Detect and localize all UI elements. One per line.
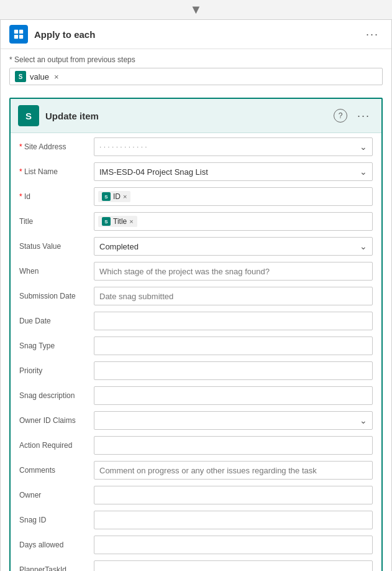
token-title-icon: S	[102, 217, 111, 226]
apply-icon-svg	[13, 29, 24, 40]
input-comments[interactable]	[94, 461, 373, 480]
input-priority[interactable]	[94, 361, 373, 380]
field-row-comments: Comments	[19, 460, 373, 480]
site-address-partial: · · · · · · · · · · · ·	[99, 142, 147, 151]
label-priority: Priority	[19, 366, 94, 375]
label-planner-task-id: PlannerTaskId	[19, 565, 94, 571]
update-card-header: S Update item ? ···	[11, 99, 381, 133]
input-list-name[interactable]: IMS-ESD-04 Project Snag List ⌄	[94, 162, 373, 181]
label-title: Title	[19, 217, 94, 226]
field-row-site-address: * Site Address · · · · · · · · · · · · ⌄	[19, 137, 373, 157]
update-form-body: * Site Address · · · · · · · · · · · · ⌄…	[11, 133, 381, 571]
token-id-label: ID	[113, 192, 121, 201]
field-row-submission-date: Submission Date	[19, 286, 373, 306]
input-action-required[interactable]	[94, 436, 373, 455]
field-row-id: * Id S ID ×	[19, 187, 373, 207]
input-when[interactable]	[94, 262, 373, 281]
apply-ellipsis-button[interactable]: ···	[362, 27, 383, 42]
field-row-snag-type: Snag Type	[19, 336, 373, 356]
apply-header-left: Apply to each	[9, 25, 95, 44]
token-id-icon: S	[102, 192, 111, 201]
input-days-allowed[interactable]	[94, 536, 373, 554]
field-row-owner-id-claims: Owner ID Claims ⌄	[19, 411, 373, 430]
token-id-close[interactable]: ×	[123, 193, 127, 200]
value-tag-label: value	[30, 72, 49, 81]
value-tag-container[interactable]: S value ×	[9, 68, 383, 85]
value-tag-icon: S	[15, 71, 26, 82]
label-due-date: Due Date	[19, 317, 94, 325]
label-status-value: Status Value	[19, 242, 94, 251]
label-snag-type: Snag Type	[19, 341, 94, 350]
token-title-label: Title	[113, 217, 127, 226]
apply-icon	[9, 25, 28, 44]
field-row-planner-task-id: PlannerTaskId	[19, 560, 373, 571]
label-snag-id: Snag ID	[19, 516, 94, 524]
apply-title: Apply to each	[34, 29, 95, 40]
value-tag-close[interactable]: ×	[54, 72, 59, 81]
field-row-action-required: Action Required	[19, 435, 373, 455]
input-owner-id-claims[interactable]: ⌄	[94, 411, 373, 430]
token-id: S ID ×	[98, 191, 130, 202]
token-title-close[interactable]: ×	[129, 218, 133, 225]
input-planner-task-id[interactable]	[94, 560, 373, 571]
sharepoint-icon: S	[18, 105, 39, 126]
label-days-allowed: Days allowed	[19, 541, 94, 549]
label-snag-description: Snag description	[19, 391, 94, 400]
field-row-status-value: Status Value Completed ⌄	[19, 236, 373, 256]
input-site-address[interactable]: · · · · · · · · · · · · ⌄	[94, 137, 373, 156]
svg-rect-2	[14, 35, 18, 39]
svg-rect-3	[19, 35, 23, 39]
field-row-priority: Priority	[19, 361, 373, 381]
field-row-when: When	[19, 261, 373, 281]
update-item-card: S Update item ? ··· * Site Address · · ·…	[9, 98, 383, 571]
select-output-label: * Select an output from previous steps	[9, 55, 383, 64]
apply-to-each-header: Apply to each ···	[1, 20, 391, 49]
token-title: S Title ×	[98, 216, 137, 227]
label-owner: Owner	[19, 491, 94, 499]
label-list-name: * List Name	[19, 167, 94, 176]
help-icon[interactable]: ?	[334, 109, 347, 123]
input-owner[interactable]	[94, 486, 373, 504]
list-name-dropdown-arrow: ⌄	[360, 167, 367, 177]
update-card-header-right: ? ···	[334, 108, 374, 124]
svg-rect-1	[19, 30, 23, 34]
label-id: * Id	[19, 192, 94, 201]
field-row-days-allowed: Days allowed	[19, 535, 373, 555]
svg-rect-0	[14, 30, 18, 34]
field-row-owner: Owner	[19, 485, 373, 505]
input-snag-type[interactable]	[94, 337, 373, 355]
owner-id-claims-dropdown-arrow: ⌄	[360, 415, 367, 425]
label-when: When	[19, 267, 94, 276]
input-snag-id[interactable]	[94, 511, 373, 529]
input-id[interactable]: S ID ×	[94, 187, 373, 206]
field-row-snag-description: Snag description	[19, 386, 373, 406]
label-owner-id-claims: Owner ID Claims	[19, 416, 94, 425]
input-snag-description[interactable]	[94, 386, 373, 405]
field-row-snag-id: Snag ID	[19, 510, 373, 530]
status-value-dropdown-arrow: ⌄	[360, 241, 367, 251]
input-due-date[interactable]	[94, 312, 373, 330]
input-submission-date[interactable]	[94, 287, 373, 305]
update-card-header-left: S Update item	[18, 105, 99, 126]
connector-arrow: ▼	[0, 0, 392, 19]
field-row-list-name: * List Name IMS-ESD-04 Project Snag List…	[19, 162, 373, 182]
label-submission-date: Submission Date	[19, 292, 94, 300]
label-site-address: * Site Address	[19, 142, 94, 151]
list-name-value: IMS-ESD-04 Project Snag List	[99, 167, 208, 177]
update-ellipsis-button[interactable]: ···	[353, 108, 374, 124]
label-action-required: Action Required	[19, 441, 94, 450]
field-row-title: Title S Title ×	[19, 211, 373, 231]
field-row-due-date: Due Date	[19, 311, 373, 331]
site-address-dropdown-arrow: ⌄	[360, 142, 367, 152]
status-value-text: Completed	[99, 242, 139, 251]
label-comments: Comments	[19, 466, 94, 475]
input-status-value[interactable]: Completed ⌄	[94, 237, 373, 256]
update-card-title: Update item	[45, 111, 99, 121]
input-title[interactable]: S Title ×	[94, 212, 373, 231]
select-output-section: * Select an output from previous steps S…	[1, 49, 391, 91]
